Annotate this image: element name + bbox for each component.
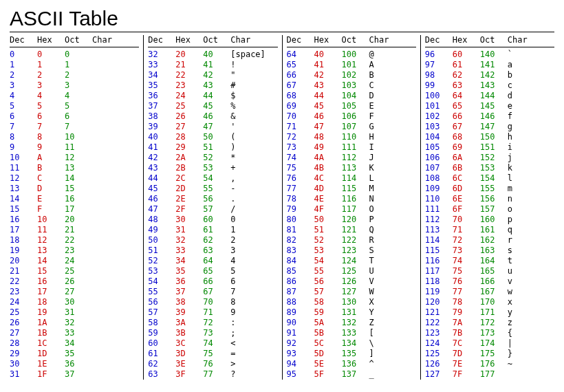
cell-oct: 30 — [65, 297, 89, 307]
cell-oct: 166 — [480, 276, 505, 287]
cell-oct: 66 — [203, 276, 228, 287]
cell-dec: 62 — [148, 359, 173, 369]
cell-char — [92, 318, 139, 328]
ascii-row: 452D55- — [148, 184, 277, 194]
cell-hex: 35 — [175, 266, 200, 276]
cell-char — [92, 338, 139, 349]
cell-dec: 67 — [287, 80, 312, 91]
cell-hex: 10 — [37, 215, 62, 225]
ascii-row: 11371161q — [425, 225, 554, 235]
cell-char: | — [508, 338, 554, 349]
cell-oct: 137 — [342, 369, 367, 380]
cell-oct: 164 — [480, 256, 505, 266]
cell-char — [92, 266, 139, 276]
cell-dec: 64 — [287, 50, 312, 60]
cell-char: @ — [369, 50, 416, 60]
ascii-row: 6541101A — [287, 60, 416, 70]
cell-dec: 18 — [10, 235, 34, 246]
cell-oct: 152 — [480, 153, 505, 163]
cell-dec: 99 — [425, 80, 450, 91]
cell-dec: 92 — [287, 338, 312, 349]
cell-oct: 76 — [203, 359, 228, 369]
ascii-row: 372545% — [148, 101, 277, 111]
cell-hex: 5F — [314, 369, 339, 380]
cell-hex: 16 — [37, 276, 62, 287]
cell-char: l — [508, 173, 554, 184]
cell-oct: 34 — [65, 338, 89, 349]
cell-dec: 111 — [425, 204, 450, 215]
cell-hex: 50 — [314, 215, 339, 225]
cell-dec: 45 — [148, 184, 173, 194]
cell-char: > — [230, 359, 277, 369]
cell-dec: 43 — [148, 163, 173, 173]
cell-dec: 72 — [287, 132, 312, 142]
cell-char: p — [508, 215, 554, 225]
cell-hex: 1E — [37, 359, 62, 369]
ascii-row: 14E16 — [10, 194, 139, 204]
cell-char: F — [369, 111, 416, 122]
ascii-row: 412951) — [148, 142, 277, 153]
cell-hex: 11 — [37, 225, 62, 235]
cell-hex: 19 — [37, 307, 62, 318]
block-0: DecHexOctChar000111222333444555666777881… — [10, 35, 144, 380]
ascii-row: 271B33 — [10, 328, 139, 338]
cell-char — [92, 153, 139, 163]
header-oct: Oct — [480, 35, 505, 45]
cell-oct: 111 — [342, 142, 367, 153]
ascii-row: 777 — [10, 122, 139, 132]
cell-dec: 49 — [148, 225, 173, 235]
ascii-row: 905A132Z — [287, 318, 416, 328]
cell-dec: 31 — [10, 369, 34, 380]
cell-hex: 6C — [453, 173, 477, 184]
cell-hex: B — [37, 163, 62, 173]
cell-char — [92, 287, 139, 297]
cell-oct: 4 — [65, 91, 89, 101]
cell-hex: 4E — [314, 194, 339, 204]
cell-char: L — [369, 173, 416, 184]
ascii-row: 5133633 — [148, 246, 277, 256]
ascii-row: 6440100@ — [287, 50, 416, 60]
cell-hex: 6A — [453, 153, 477, 163]
cell-hex: 1D — [37, 349, 62, 359]
cell-dec: 84 — [287, 256, 312, 266]
cell-char: W — [369, 287, 416, 297]
cell-dec: 106 — [425, 153, 450, 163]
cell-dec: 126 — [425, 359, 450, 369]
ascii-row: 1227A172z — [425, 318, 554, 328]
cell-dec: 118 — [425, 276, 450, 287]
cell-char — [92, 297, 139, 307]
cell-oct: 175 — [480, 349, 505, 359]
ascii-row: 161020 — [10, 215, 139, 225]
cell-char — [92, 276, 139, 287]
cell-char: o — [508, 204, 554, 215]
ascii-row: 191323 — [10, 246, 139, 256]
cell-oct: 140 — [480, 50, 505, 60]
cell-dec: 5 — [10, 101, 34, 111]
cell-dec: 40 — [148, 132, 173, 142]
header-oct: Oct — [203, 35, 228, 45]
cell-hex: 41 — [314, 60, 339, 70]
ascii-row: 1066A152j — [425, 153, 554, 163]
cell-oct: 35 — [65, 349, 89, 359]
cell-hex: 63 — [453, 80, 477, 91]
cell-char: [ — [369, 328, 416, 338]
ascii-row: 744A112J — [287, 153, 416, 163]
cell-dec: 16 — [10, 215, 34, 225]
cell-oct: 5 — [65, 101, 89, 111]
cell-dec: 38 — [148, 111, 173, 122]
cell-hex: 5C — [314, 338, 339, 349]
ascii-row: 9862142b — [425, 70, 554, 80]
cell-char: % — [230, 101, 277, 111]
cell-oct: 55 — [203, 184, 228, 194]
cell-dec: 65 — [287, 60, 312, 70]
cell-dec: 113 — [425, 225, 450, 235]
cell-char: v — [508, 276, 554, 287]
cell-hex: 4B — [314, 163, 339, 173]
cell-oct: 165 — [480, 266, 505, 276]
cell-hex: 6E — [453, 194, 477, 204]
cell-dec: 85 — [287, 266, 312, 276]
cell-oct: 33 — [65, 328, 89, 338]
cell-oct: 74 — [203, 338, 228, 349]
cell-char: ] — [369, 349, 416, 359]
cell-dec: 11 — [10, 163, 34, 173]
